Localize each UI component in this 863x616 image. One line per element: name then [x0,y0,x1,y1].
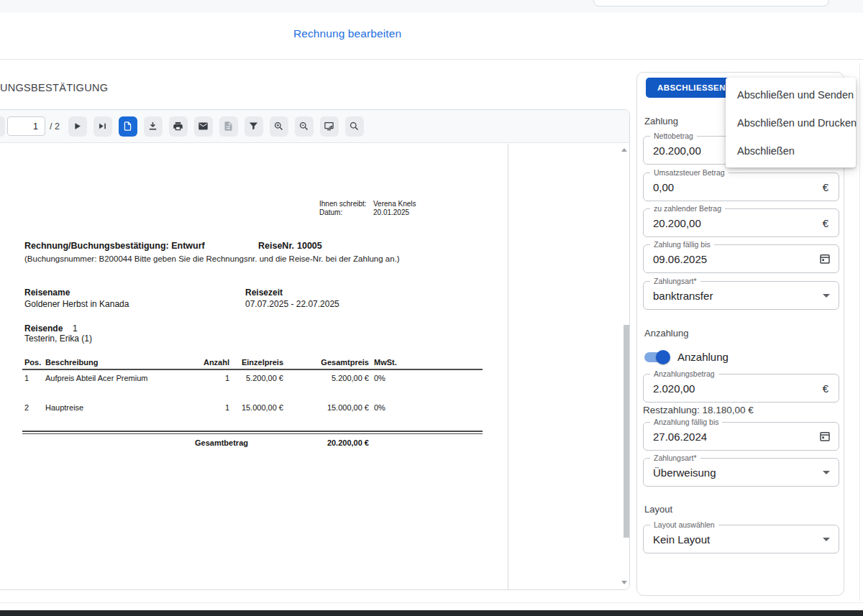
bottom-divider [0,602,863,603]
cell-pos: 2 [24,403,29,412]
field-label: Anzahlungsbetrag [650,369,718,378]
anzahlung-toggle-label: Anzahlung [677,351,729,363]
restzahlung-text: Restzahlung: 18.180,00 € [643,405,754,415]
field-value: banktransfer [653,290,713,302]
anzahlung-zahlungsart-select[interactable]: Zahlungsart* Überweisung [643,458,839,487]
doc-trip-period-value: 07.07.2025 - 22.07.2025 [245,299,339,309]
field-label: Layout auswählen [650,520,718,529]
th-total-price: Gesamtpreis [296,358,369,367]
euro-suffix: € [823,217,828,229]
doc-travelers-value: Testerin, Erika (1) [24,334,92,344]
doc-trip-number-label: ReiseNr. [258,241,294,251]
last-page-icon [97,121,108,132]
table-header-rule [22,369,483,370]
euro-suffix: € [823,382,828,395]
section-anzahlung: Anzahlung [644,328,688,339]
zu-zahlender-betrag-field[interactable]: zu zahlender Betrag 20.200,00 € [643,208,839,237]
cell-description: Hauptreise [45,403,83,412]
menu-item-abschliessen-und-senden[interactable]: Abschließen und Senden [726,81,856,109]
th-description: Beschreibung [45,358,98,367]
field-value: Überweisung [653,466,716,479]
anzahlung-toggle[interactable] [644,350,670,364]
field-label: Umsatzsteuer Betrag [650,168,729,177]
field-label: Nettobetrag [650,132,697,140]
doc-trip-period-label: Reisezeit [245,288,283,298]
euro-suffix: € [823,181,828,193]
last-page-button[interactable] [93,116,112,137]
document-list-button[interactable] [219,116,238,137]
menu-item-abschliessen-und-drucken[interactable]: Abschließen und Drucken [726,109,856,137]
field-value: Kein Layout [653,533,710,546]
doc-title-row: Rechnung/Buchungsbestätigung: Entwurf Re… [24,241,205,251]
download-icon [147,121,158,132]
field-label: zu zahlender Betrag [650,204,725,213]
layout-select[interactable]: Layout auswählen Kein Layout [643,525,839,553]
zoom-out-button[interactable] [295,116,314,137]
pdf-page-area[interactable]: Ihnen schreibt: Verena Knels Datum: 20.0… [0,144,629,589]
calendar-icon[interactable] [818,252,831,265]
menu-item-abschliessen[interactable]: Abschließen [726,137,856,165]
zahlung-faellig-bis-field[interactable]: Zahlung fällig bis 09.06.2025 [643,244,839,273]
cell-pos: 1 [24,374,29,382]
th-unit-price: Einzelpreis [215,358,283,367]
right-edge-line [859,63,860,601]
doc-trip-name-label: Reisename [24,288,70,298]
search-icon [349,121,360,132]
email-button[interactable] [194,116,213,137]
next-page-button[interactable] [68,116,87,137]
table-total-rule2 [22,433,483,434]
field-label: Zahlungsart* [650,454,700,462]
chevron-down-icon[interactable] [823,471,830,474]
field-value: 20.200,00 [653,217,701,229]
th-pos: Pos. [24,358,41,367]
single-page-view-button[interactable] [119,116,137,137]
filter-button[interactable] [245,116,263,137]
section-layout: Layout [644,504,672,515]
field-label: Zahlung fällig bis [650,240,714,249]
umsatzsteuer-field[interactable]: Umsatzsteuer Betrag 0,00 € [643,173,839,201]
download-button[interactable] [144,116,163,137]
page-title: UNGSBESTÄTIGUNG [0,82,108,93]
document-icon [223,121,234,132]
page-count-label: / 2 [50,121,60,132]
field-value: 09.06.2025 [653,253,707,265]
field-label: Zahlungsart* [650,277,700,285]
anzahlungsbetrag-field[interactable]: Anzahlungsbetrag 2.020,00 € [643,374,839,403]
zoom-in-icon [273,121,284,132]
doc-booking-note: (Buchungsnummer: B200044 Bitte geben Sie… [24,254,400,263]
cell-unit-price: 5.200,00 € [215,374,283,382]
doc-trip-number-value: 10005 [297,241,322,251]
toggle-thumb [656,350,670,364]
page-view-icon [122,121,133,132]
chevron-down-icon[interactable] [823,538,830,541]
search-button[interactable] [345,116,364,137]
top-partial-input[interactable] [593,0,829,6]
print-icon [173,121,183,132]
doc-from-value: Verena Knels [373,200,416,208]
next-page-icon [72,121,83,132]
zahlungsart-select[interactable]: Zahlungsart* banktransfer [643,281,839,310]
presentation-button[interactable] [320,116,339,137]
doc-travelers-count: 1 [73,323,78,334]
anzahlung-faellig-bis-field[interactable]: Anzahlung fällig bis 27.06.2024 [643,422,839,451]
pdf-toolbar: / 2 [0,110,629,143]
tab-rechnung-bearbeiten[interactable]: Rechnung bearbeiten [293,27,401,40]
zoom-in-button[interactable] [270,116,288,137]
doc-date-value: 20.01.2025 [373,208,416,217]
field-value: 2.020,00 [653,382,695,395]
previous-page-button[interactable] [0,116,5,137]
cell-vat: 0% [374,374,385,382]
cell-unit-price: 15.000,00 € [215,403,283,412]
calendar-icon[interactable] [818,430,831,443]
footer-dark-bar [0,610,863,616]
page-number-input[interactable] [7,116,45,136]
doc-date-label: Datum: [319,208,373,217]
chevron-down-icon[interactable] [823,294,830,298]
print-button[interactable] [169,116,188,137]
field-label: Anzahlung fällig bis [650,418,722,426]
tab-divider [0,59,863,60]
cell-total-price: 15.000,00 € [296,403,369,412]
abschliessen-button-label: ABSCHLIESSEN [657,83,726,92]
field-value: 27.06.2024 [653,431,707,443]
table-total-rule [22,431,483,432]
